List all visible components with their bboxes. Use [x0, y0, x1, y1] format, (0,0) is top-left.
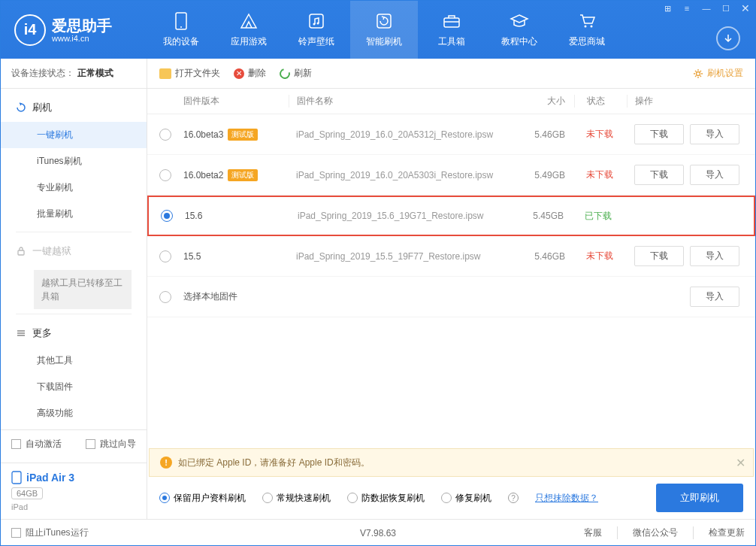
sidebar-item-advanced[interactable]: 高级功能	[1, 400, 147, 426]
sidebar-group-flash[interactable]: 刷机	[1, 93, 147, 122]
lock-icon	[16, 246, 26, 256]
close-button[interactable]: ✕	[736, 1, 755, 16]
svg-rect-2	[310, 14, 323, 28]
wechat-link[interactable]: 微信公众号	[617, 526, 678, 539]
device-storage: 64GB	[11, 487, 43, 499]
firmware-filename: iPad_Spring_2019_15.5_19F77_Restore.ipsw	[289, 251, 511, 262]
sidebar-item-pro[interactable]: 专业刷机	[1, 174, 147, 201]
firmware-radio[interactable]	[159, 250, 171, 262]
opt-keep-data[interactable]: 保留用户资料刷机	[159, 492, 246, 505]
device-type: iPad	[11, 502, 136, 511]
sidebar-group-jailbreak: 一键越狱	[1, 237, 147, 265]
opt-repair[interactable]: 修复刷机	[441, 492, 491, 505]
top-nav: 我的设备 应用游戏 铃声壁纸 智能刷机 工具箱 教程中心 爱思商城	[147, 1, 621, 59]
skip-guide-checkbox[interactable]: 跳过向导	[86, 438, 136, 450]
firmware-size: 5.45GB	[510, 211, 564, 221]
minimize-button[interactable]: —	[697, 1, 716, 16]
support-link[interactable]: 客服	[584, 526, 602, 539]
firmware-radio[interactable]	[159, 129, 171, 141]
phone-icon	[171, 11, 191, 31]
import-button[interactable]: 导入	[690, 287, 739, 307]
folder-icon	[159, 68, 171, 79]
nav-store[interactable]: 爱思商城	[553, 1, 621, 59]
erase-only-link[interactable]: 只想抹除数据？	[535, 492, 598, 505]
firmware-row[interactable]: 15.5 iPad_Spring_2019_15.5_19F77_Restore…	[147, 236, 755, 277]
svg-rect-10	[12, 472, 21, 484]
svg-point-4	[317, 23, 319, 25]
flash-now-button[interactable]: 立即刷机	[656, 484, 743, 512]
opt-normal[interactable]: 常规快速刷机	[262, 492, 331, 505]
firmware-size: 5.49GB	[511, 170, 565, 180]
firmware-status: 未下载	[574, 168, 627, 181]
sidebar-item-othertool[interactable]: 其他工具	[1, 347, 147, 374]
status-bar: 阻止iTunes运行 V7.98.63 客服 微信公众号 检查更新	[1, 519, 755, 546]
opt-anti-recover[interactable]: 防数据恢复刷机	[347, 492, 425, 505]
import-button[interactable]: 导入	[690, 165, 739, 185]
import-button[interactable]: 导入	[690, 246, 739, 266]
import-button[interactable]: 导入	[690, 124, 739, 144]
svg-rect-6	[444, 18, 459, 27]
auto-activate-checkbox[interactable]: 自动激活	[11, 438, 62, 450]
nav-my-device[interactable]: 我的设备	[147, 1, 215, 59]
svg-point-11	[697, 71, 700, 75]
firmware-version: 16.0beta3	[183, 129, 223, 140]
sidebar-item-batch[interactable]: 批量刷机	[1, 201, 147, 227]
firmware-status: 未下载	[574, 128, 627, 141]
warning-close-button[interactable]: ✕	[736, 456, 745, 470]
open-folder-button[interactable]: 打开文件夹	[159, 67, 220, 80]
block-itunes-checkbox[interactable]: 阻止iTunes运行	[11, 526, 89, 539]
sidebar-item-itunes[interactable]: iTunes刷机	[1, 148, 147, 174]
beta-badge: 测试版	[228, 129, 258, 141]
music-icon	[307, 11, 326, 31]
delete-button[interactable]: ✕删除	[234, 67, 266, 80]
download-indicator[interactable]	[716, 26, 740, 50]
nav-ringtones[interactable]: 铃声壁纸	[283, 1, 350, 59]
firmware-filename: iPad_Spring_2019_15.6_19G71_Restore.ipsw	[290, 211, 510, 221]
sidebar-item-download-fw[interactable]: 下载固件	[1, 374, 147, 400]
firmware-version: 16.0beta2	[183, 170, 223, 180]
svg-rect-9	[18, 250, 24, 255]
firmware-radio[interactable]	[159, 169, 171, 181]
flash-options: 保留用户资料刷机 常规快速刷机 防数据恢复刷机 修复刷机 ? 只想抹除数据？ 立…	[147, 477, 755, 519]
sidebar: 设备连接状态： 正常模式 刷机 一键刷机 iTunes刷机 专业刷机 批量刷机 …	[1, 59, 147, 519]
radio-local[interactable]	[159, 291, 171, 303]
nav-toolbox[interactable]: 工具箱	[418, 1, 485, 59]
apps-icon	[239, 11, 259, 31]
download-button[interactable]: 下载	[634, 165, 684, 185]
check-update-link[interactable]: 检查更新	[693, 526, 745, 539]
maximize-button[interactable]: ☐	[716, 1, 736, 16]
flash-icon	[374, 11, 394, 31]
sidebar-options: 自动激活 跳过向导	[1, 429, 147, 463]
sidebar-item-oneclick[interactable]: 一键刷机	[1, 122, 147, 148]
win-menu-icon[interactable]: ≡	[677, 1, 697, 16]
nav-flash[interactable]: 智能刷机	[350, 1, 418, 59]
logo-area: i4 爱思助手 www.i4.cn	[1, 14, 147, 46]
download-button[interactable]: 下载	[634, 246, 684, 266]
version-label: V7.98.63	[360, 528, 396, 538]
firmware-size: 5.46GB	[511, 129, 565, 140]
firmware-row[interactable]: 15.6 iPad_Spring_2019_15.6_19G71_Restore…	[147, 196, 755, 236]
firmware-filename: iPad_Spring_2019_16.0_20A5303i_Restore.i…	[289, 170, 511, 180]
main-panel: 打开文件夹 ✕删除 刷新 刷机设置 固件版本 固件名称 大小 状态 操作 16.…	[147, 59, 755, 519]
flash-settings-button[interactable]: 刷机设置	[693, 67, 743, 80]
firmware-row[interactable]: 16.0beta2测试版 iPad_Spring_2019_16.0_20A53…	[147, 155, 755, 196]
firmware-radio[interactable]	[161, 210, 173, 222]
download-arrow-icon	[723, 33, 733, 44]
svg-rect-5	[377, 14, 391, 28]
win-grid-icon[interactable]: ⊞	[658, 1, 677, 16]
download-button[interactable]: 下载	[634, 124, 684, 144]
firmware-filename: iPad_Spring_2019_16.0_20A5312j_Restore.i…	[289, 129, 511, 140]
firmware-row[interactable]: 16.0beta3测试版 iPad_Spring_2019_16.0_20A53…	[147, 114, 755, 155]
firmware-status: 未下载	[574, 250, 627, 262]
device-info[interactable]: iPad Air 3 64GB iPad	[1, 463, 147, 519]
firmware-row-local[interactable]: 选择本地固件 导入	[147, 277, 755, 317]
toolbar: 打开文件夹 ✕删除 刷新 刷机设置	[147, 59, 755, 89]
firmware-version: 15.6	[185, 211, 202, 221]
svg-point-7	[585, 26, 587, 28]
refresh-button[interactable]: 刷新	[280, 67, 312, 80]
nav-apps[interactable]: 应用游戏	[215, 1, 283, 59]
firmware-size: 5.46GB	[511, 251, 565, 262]
help-icon[interactable]: ?	[508, 493, 519, 503]
sidebar-group-more[interactable]: 更多	[1, 319, 147, 347]
nav-tutorials[interactable]: 教程中心	[485, 1, 553, 59]
